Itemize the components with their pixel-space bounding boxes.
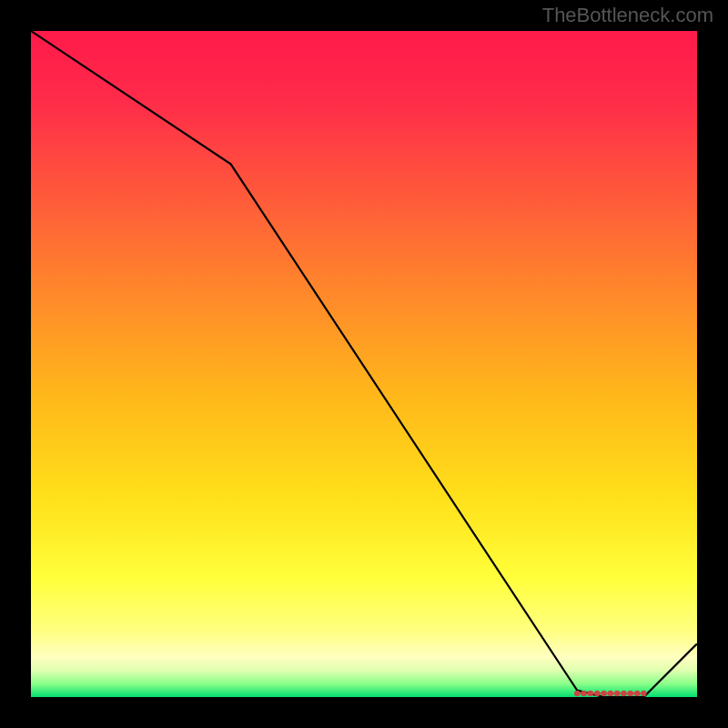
chart-marker-dot (621, 691, 626, 696)
chart-markers-group (574, 691, 647, 696)
chart-marker-dot (628, 691, 633, 696)
chart-marker-dot (634, 691, 640, 696)
watermark-text: TheBottleneck.com (542, 4, 713, 27)
chart-plot-area (29, 29, 699, 699)
chart-svg (31, 31, 697, 697)
chart-marker-dot (641, 691, 646, 696)
chart-marker-dot (581, 691, 586, 696)
chart-marker-dot (608, 691, 613, 696)
chart-curve-line (31, 31, 697, 697)
chart-marker-dot (601, 691, 606, 696)
chart-marker-dot (574, 691, 580, 696)
chart-marker-dot (594, 691, 600, 696)
chart-marker-dot (614, 691, 620, 696)
chart-marker-dot (588, 691, 593, 696)
